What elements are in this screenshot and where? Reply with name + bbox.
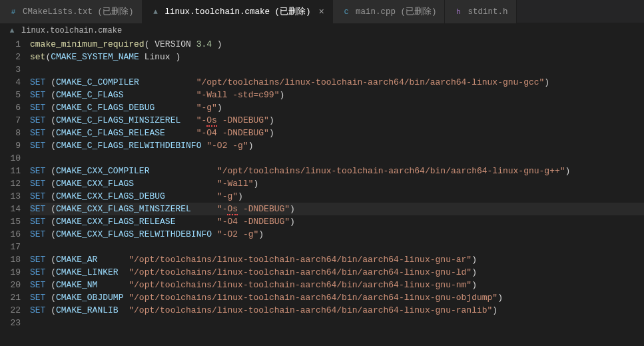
line-number: 17	[0, 241, 21, 253]
code-line[interactable]: SET (CMAKE_C_FLAGS_MINSIZEREL "-Os -DNDE…	[30, 114, 644, 127]
code-line[interactable]	[30, 63, 644, 76]
breadcrumb[interactable]: ▲ linux.toolchain.cmake	[0, 23, 644, 38]
code-line[interactable]: SET (CMAKE_C_FLAGS_DEBUG "-g")	[30, 101, 644, 114]
code-line[interactable]: SET (CMAKE_LINKER "/opt/toolchains/linux…	[30, 266, 644, 279]
code-line[interactable]: SET (CMAKE_CXX_FLAGS_MINSIZEREL "-Os -DN…	[30, 203, 644, 215]
line-number: 21	[0, 291, 21, 304]
line-number: 2	[0, 51, 21, 63]
line-number: 23	[0, 317, 21, 329]
code-line[interactable]: SET (CMAKE_CXX_COMPILER "/opt/toolchains…	[30, 165, 644, 177]
line-number: 20	[0, 279, 21, 291]
code-line[interactable]: SET (CMAKE_C_FLAGS_RELEASE "-O4 -DNDEBUG…	[30, 127, 644, 139]
line-number: 15	[0, 215, 21, 228]
code-line[interactable]: SET (CMAKE_CXX_FLAGS "-Wall")	[30, 177, 644, 190]
code-line[interactable]: SET (CMAKE_C_COMPILER "/opt/toolchains/l…	[30, 76, 644, 89]
line-number: 22	[0, 304, 21, 317]
code-line[interactable]: SET (CMAKE_OBJDUMP "/opt/toolchains/linu…	[30, 291, 644, 304]
code-line[interactable]	[30, 241, 644, 253]
line-number: 3	[0, 63, 21, 76]
line-number: 7	[0, 114, 21, 127]
line-number-gutter: 1234567891011121314151617181920212223	[0, 38, 30, 329]
file-icon: h	[453, 7, 464, 17]
line-number: 19	[0, 266, 21, 279]
line-number: 18	[0, 253, 21, 266]
tab-label: linux.toolchain.cmake (已删除)	[165, 6, 311, 17]
code-line[interactable]: SET (CMAKE_CXX_FLAGS_DEBUG "-g")	[30, 190, 644, 203]
code-line[interactable]: cmake_minimum_required( VERSION 3.4 )	[30, 38, 644, 51]
tab-0[interactable]: #CMakeLists.txt (已删除)	[0, 0, 143, 23]
line-number: 14	[0, 203, 21, 215]
line-number: 6	[0, 101, 21, 114]
line-number: 4	[0, 76, 21, 89]
code-editor[interactable]: 1234567891011121314151617181920212223 cm…	[0, 38, 644, 329]
close-icon[interactable]: ×	[319, 7, 324, 17]
code-line[interactable]: SET (CMAKE_RANLIB "/opt/toolchains/linux…	[30, 304, 644, 317]
line-number: 11	[0, 165, 21, 177]
file-icon: ▲	[151, 7, 161, 17]
code-line[interactable]: SET (CMAKE_NM "/opt/toolchains/linux-too…	[30, 279, 644, 291]
tab-label: stdint.h	[468, 7, 507, 17]
line-number: 13	[0, 190, 21, 203]
line-number: 12	[0, 177, 21, 190]
tab-3[interactable]: hstdint.h	[445, 0, 516, 23]
code-line[interactable]: SET (CMAKE_C_FLAGS_RELWITHDEBINFO "-O2 -…	[30, 139, 644, 152]
tab-2[interactable]: Cmain.cpp (已删除)	[333, 0, 446, 23]
code-line[interactable]	[30, 317, 644, 329]
code-line[interactable]: SET (CMAKE_C_FLAGS "-Wall -std=c99")	[30, 89, 644, 101]
file-icon: C	[341, 7, 352, 17]
line-number: 9	[0, 139, 21, 152]
line-number: 5	[0, 89, 21, 101]
file-icon: #	[8, 7, 19, 17]
line-number: 8	[0, 127, 21, 139]
line-number: 16	[0, 228, 21, 241]
tab-bar: #CMakeLists.txt (已删除)▲linux.toolchain.cm…	[0, 0, 644, 23]
tab-label: CMakeLists.txt (已删除)	[23, 6, 134, 17]
code-line[interactable]: SET (CMAKE_CXX_FLAGS_RELEASE "-O4 -DNDEB…	[30, 215, 644, 228]
tab-1[interactable]: ▲linux.toolchain.cmake (已删除)×	[143, 0, 333, 23]
code-line[interactable]: set(CMAKE_SYSTEM_NAME Linux )	[30, 51, 644, 63]
code-line[interactable]	[30, 152, 644, 165]
cmake-file-icon: ▲	[7, 25, 17, 36]
line-number: 1	[0, 38, 21, 51]
line-number: 10	[0, 152, 21, 165]
code-line[interactable]: SET (CMAKE_AR "/opt/toolchains/linux-too…	[30, 253, 644, 266]
breadcrumb-label: linux.toolchain.cmake	[21, 26, 122, 35]
tab-label: main.cpp (已删除)	[356, 6, 437, 17]
code-content[interactable]: cmake_minimum_required( VERSION 3.4 )set…	[30, 38, 644, 329]
code-line[interactable]: SET (CMAKE_CXX_FLAGS_RELWITHDEBINFO "-O2…	[30, 228, 644, 241]
